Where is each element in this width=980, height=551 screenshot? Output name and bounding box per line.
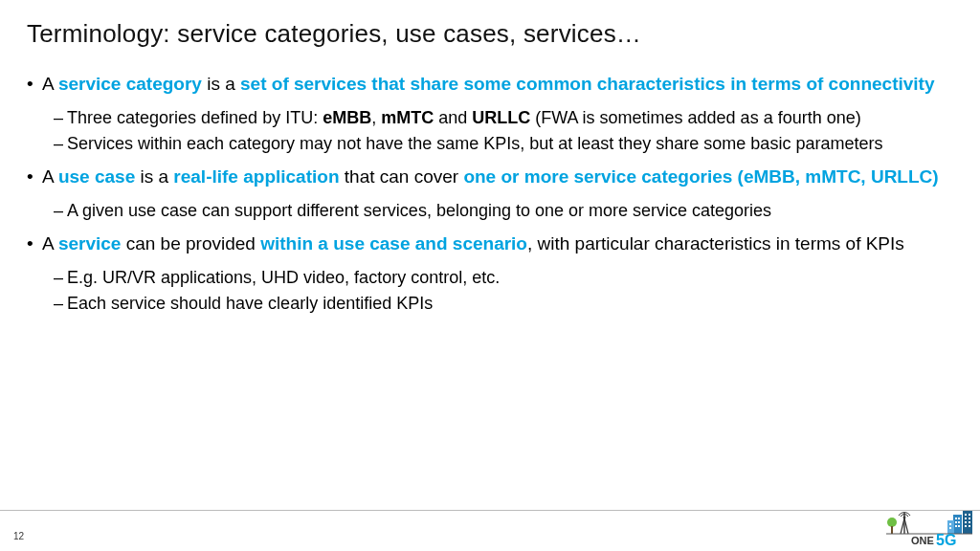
text: is a xyxy=(140,166,173,187)
text: , with particular characteristics in ter… xyxy=(527,233,904,253)
slide-title: Terminology: service categories, use cas… xyxy=(27,19,953,49)
slide: Terminology: service categories, use cas… xyxy=(0,0,980,551)
svg-rect-17 xyxy=(965,518,967,519)
sub-bullet: Services within each category may not ha… xyxy=(54,132,953,155)
logo-text-5g: 5G xyxy=(936,532,956,545)
sub-bullet: E.g. UR/VR applications, UHD video, fact… xyxy=(54,266,953,289)
sub-bullet: A given use case can support different s… xyxy=(54,199,953,222)
svg-rect-6 xyxy=(953,515,962,534)
svg-rect-20 xyxy=(969,521,970,523)
highlight-definition: set of services that share some common c… xyxy=(240,74,934,94)
svg-rect-15 xyxy=(965,514,967,516)
svg-rect-9 xyxy=(955,518,957,519)
text: , xyxy=(371,108,381,127)
svg-rect-7 xyxy=(963,511,972,534)
bold-mmtc: mMTC xyxy=(381,108,434,127)
sub-bullet: Three categories defined by ITU: eMBB, m… xyxy=(54,106,953,129)
svg-rect-10 xyxy=(958,518,960,519)
logo-icon: ONE 5G xyxy=(884,509,974,545)
svg-rect-23 xyxy=(949,523,951,525)
svg-rect-13 xyxy=(955,525,957,527)
svg-rect-14 xyxy=(958,525,960,527)
svg-rect-18 xyxy=(969,518,970,519)
highlight-service-category: service category xyxy=(58,74,207,94)
svg-rect-24 xyxy=(949,527,951,529)
bullet-service: A service can be provided within a use c… xyxy=(27,231,953,315)
highlight-categories: one or more service categories (eMBB, mM… xyxy=(463,166,938,187)
svg-rect-19 xyxy=(965,521,967,523)
svg-rect-11 xyxy=(955,521,957,523)
sub-list: A given use case can support different s… xyxy=(42,199,953,222)
sub-bullet: Each service should have clearly identif… xyxy=(54,292,953,315)
text: is a xyxy=(207,74,240,94)
highlight-use-case: use case xyxy=(58,166,141,187)
svg-point-5 xyxy=(903,517,906,519)
highlight-scenario: within a use case and scenario xyxy=(260,233,527,253)
bullet-use-case: A use case is a real-life application th… xyxy=(27,165,953,222)
text: that can cover xyxy=(345,166,464,187)
highlight-application: real-life application xyxy=(173,166,344,187)
bold-embb: eMBB xyxy=(323,108,371,127)
text: A xyxy=(42,166,58,187)
svg-rect-12 xyxy=(958,521,960,523)
svg-rect-21 xyxy=(965,525,967,527)
svg-rect-22 xyxy=(969,525,970,527)
svg-point-0 xyxy=(887,518,897,527)
text: (FWA is sometimes added as a fourth one) xyxy=(530,108,860,127)
text: A xyxy=(42,233,58,253)
text: can be provided xyxy=(126,233,261,253)
svg-rect-16 xyxy=(969,514,970,516)
highlight-service: service xyxy=(58,233,126,253)
sub-list: E.g. UR/VR applications, UHD video, fact… xyxy=(42,266,953,316)
bullet-list: A service category is a set of services … xyxy=(27,72,953,315)
bold-urllc: URLLC xyxy=(472,108,530,127)
one5g-logo: ONE 5G xyxy=(884,509,974,549)
sub-list: Three categories defined by ITU: eMBB, m… xyxy=(42,106,953,156)
svg-rect-1 xyxy=(891,526,893,534)
footer: 12 xyxy=(0,510,980,551)
bullet-service-category: A service category is a set of services … xyxy=(27,72,953,155)
text: A xyxy=(42,74,58,94)
logo-text-one: ONE xyxy=(911,535,934,545)
page-number: 12 xyxy=(13,531,24,541)
text: Three categories defined by ITU: xyxy=(67,108,323,127)
text: and xyxy=(434,108,472,127)
